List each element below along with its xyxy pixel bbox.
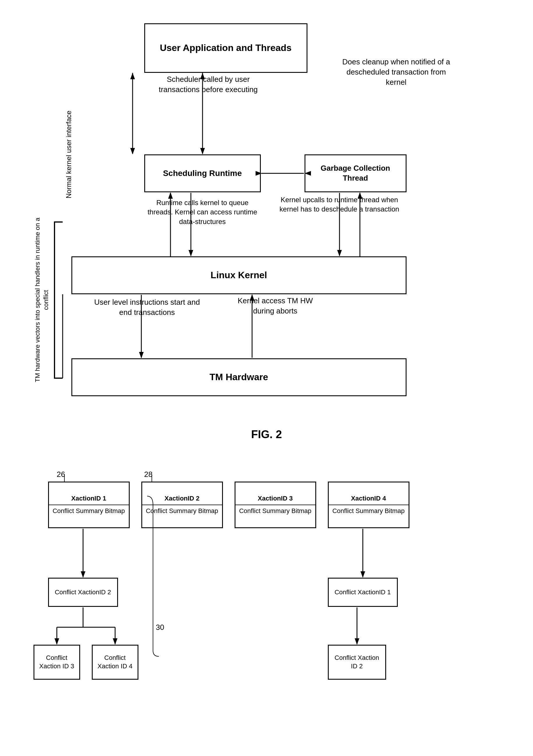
svg-marker-18 <box>139 352 144 358</box>
conflict-xaction1-box: Conflict XactionID 1 <box>328 578 398 607</box>
conflict-xaction2-box: Conflict XactionID 2 <box>48 578 118 607</box>
runtime-calls-label: Runtime calls kernel to queue threads. K… <box>144 198 261 226</box>
xaction3-bitmap: Conflict Summary Bitmap <box>236 505 315 517</box>
xaction1-box: XactionID 1 Conflict Summary Bitmap <box>48 482 130 528</box>
fig2-diagram: TM hardware vectors into special handler… <box>34 12 500 419</box>
xaction4-bitmap: Conflict Summary Bitmap <box>329 505 408 517</box>
xaction2-id: XactionID 2 <box>142 493 222 505</box>
svg-marker-14 <box>337 250 342 256</box>
xaction2-box: XactionID 2 Conflict Summary Bitmap <box>141 482 223 528</box>
normal-kernel-label: Normal kernel user interface <box>64 108 128 201</box>
does-cleanup-label: Does cleanup when notified of a deschedu… <box>340 57 453 87</box>
svg-marker-7 <box>188 250 193 256</box>
svg-marker-31 <box>113 638 118 645</box>
svg-marker-23 <box>81 571 85 578</box>
svg-marker-29 <box>54 638 59 645</box>
xaction2-bitmap: Conflict Summary Bitmap <box>142 505 222 517</box>
fig2-container: TM hardware vectors into special handler… <box>34 12 500 441</box>
svg-marker-1 <box>200 148 205 154</box>
xaction4-id: XactionID 4 <box>329 493 408 505</box>
garbage-collection-box: Garbage Collection Thread <box>304 154 407 192</box>
xaction3-id: XactionID 3 <box>236 493 315 505</box>
conflict-xaction3-box: Conflict Xaction ID 3 <box>34 645 80 680</box>
svg-marker-25 <box>360 571 365 578</box>
xaction1-id: XactionID 1 <box>49 493 129 505</box>
user-level-label: User level instructions start and end tr… <box>92 297 203 317</box>
scheduling-runtime-box: Scheduling Runtime <box>144 154 261 192</box>
xaction4-box: XactionID 4 Conflict Summary Bitmap <box>328 482 409 528</box>
conflict-xaction4-box: Conflict Xaction ID 4 <box>92 645 138 680</box>
kernel-upcalls-label: Kernel upcalls to runtime thread when ke… <box>275 195 404 214</box>
xaction3-box: XactionID 3 Conflict Summary Bitmap <box>235 482 316 528</box>
svg-marker-5 <box>130 148 135 154</box>
fig2-caption: FIG. 2 <box>34 428 500 441</box>
scheduler-called-label: Scheduler called by user transactions be… <box>159 74 258 95</box>
ref30: 30 <box>156 623 164 632</box>
xaction1-bitmap: Conflict Summary Bitmap <box>49 505 129 517</box>
conflict-xaction2-right-box: Conflict Xaction ID 2 <box>328 645 386 680</box>
tm-hardware-label: TM hardware vectors into special handler… <box>34 216 51 385</box>
linux-kernel-box: Linux Kernel <box>71 256 407 294</box>
svg-marker-4 <box>130 73 135 79</box>
user-app-box: User Application and Threads <box>144 23 307 73</box>
fig3-diagram: 26 28 XactionID 1 Conflict Summary Bitma… <box>34 464 500 756</box>
svg-marker-33 <box>355 638 359 645</box>
kernel-access-label: Kernel access TM HW during aborts <box>232 296 319 316</box>
fig3-container: 26 28 XactionID 1 Conflict Summary Bitma… <box>34 464 500 756</box>
tm-hardware-box: TM Hardware <box>71 358 407 396</box>
svg-marker-9 <box>168 192 173 199</box>
